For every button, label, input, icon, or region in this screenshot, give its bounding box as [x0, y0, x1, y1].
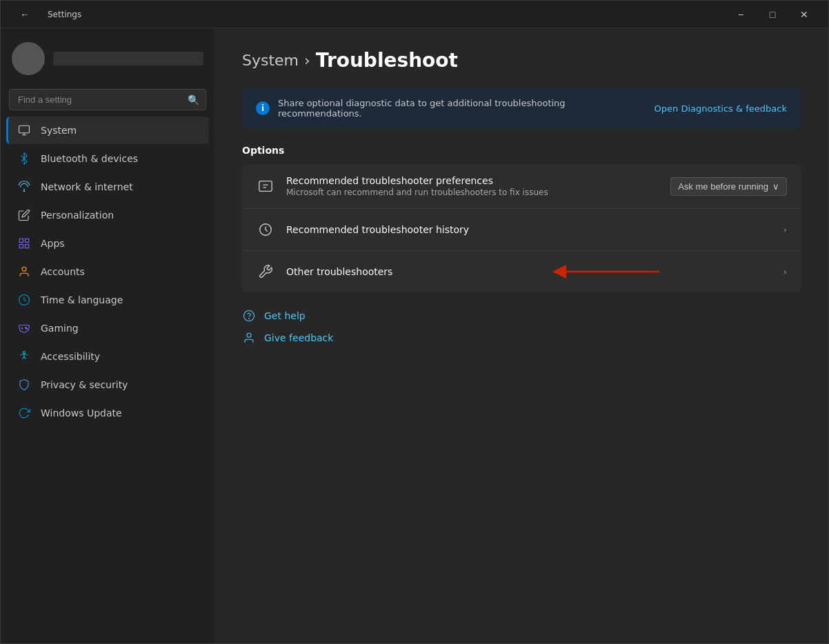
settings-window: ← Settings − □ ✕ 🔍 SystemBluetooth & dev…: [0, 0, 829, 644]
svg-point-14: [249, 318, 250, 319]
open-diagnostics-link[interactable]: Open Diagnostics & feedback: [655, 103, 787, 114]
titlebar: ← Settings − □ ✕: [1, 1, 828, 28]
privacy-nav-icon: [17, 378, 31, 392]
sidebar-item-network[interactable]: Network & internet: [6, 173, 209, 201]
svg-point-13: [244, 311, 254, 321]
info-icon: i: [256, 101, 270, 115]
svg-point-15: [247, 333, 251, 337]
avatar: [12, 42, 45, 75]
back-button[interactable]: ←: [9, 3, 41, 26]
other-troubleshooters-icon: [256, 262, 275, 281]
sidebar-item-personalization[interactable]: Personalization: [6, 201, 209, 229]
apps-nav-icon: [17, 237, 31, 250]
bluetooth-nav-icon: [17, 152, 31, 165]
sidebar-item-label-bluetooth: Bluetooth & devices: [41, 153, 138, 164]
user-info-bar: [53, 52, 203, 66]
recommended-prefs-icon: [256, 177, 275, 196]
accounts-nav-icon: [17, 265, 31, 279]
options-card: Recommended troubleshooter preferences M…: [242, 164, 801, 292]
system-nav-icon: [17, 123, 31, 137]
network-nav-icon: [17, 180, 31, 194]
svg-point-8: [26, 328, 27, 329]
give-feedback-icon: [242, 331, 256, 345]
svg-point-9: [26, 328, 28, 330]
give-feedback-label: Give feedback: [264, 332, 333, 343]
user-section: [1, 28, 214, 86]
dropdown-chevron-icon: ∨: [772, 181, 779, 192]
recommended-history-icon: [256, 220, 275, 239]
sidebar-item-label-apps: Apps: [41, 238, 65, 249]
breadcrumb-separator: ›: [304, 52, 310, 69]
sidebar-item-label-accounts: Accounts: [41, 266, 85, 277]
other-troubleshooters-action: ›: [783, 266, 787, 277]
svg-point-10: [23, 352, 26, 354]
svg-point-6: [22, 267, 26, 271]
content-area: System › Troubleshoot i Share optional d…: [214, 28, 828, 643]
svg-rect-0: [19, 125, 30, 133]
sidebar-item-label-privacy: Privacy & security: [41, 379, 128, 390]
window-controls: − □ ✕: [725, 3, 820, 26]
ask-before-running-dropdown[interactable]: Ask me before running ∨: [670, 177, 787, 196]
recommended-prefs-text: Recommended troubleshooter preferences M…: [286, 175, 659, 197]
recommended-history-chevron-icon: ›: [783, 224, 787, 235]
options-title: Options: [242, 145, 801, 156]
sidebar-item-bluetooth[interactable]: Bluetooth & devices: [6, 145, 209, 172]
info-banner-text: Share optional diagnostic data to get ad…: [278, 98, 646, 119]
time-nav-icon: [17, 293, 31, 307]
search-box: 🔍: [9, 89, 206, 110]
svg-rect-11: [259, 181, 272, 192]
info-banner: i Share optional diagnostic data to get …: [242, 88, 801, 128]
windows-update-nav-icon: [17, 406, 31, 420]
sidebar-item-label-accessibility: Accessibility: [41, 351, 100, 362]
recommended-history-row[interactable]: Recommended troubleshooter history ›: [242, 209, 801, 251]
sidebar-item-windows-update[interactable]: Windows Update: [6, 399, 209, 427]
get-help-icon: [242, 309, 256, 323]
maximize-button[interactable]: □: [757, 3, 788, 26]
breadcrumb: System › Troubleshoot: [242, 49, 801, 72]
recommended-history-action: ›: [783, 224, 787, 235]
get-help-label: Get help: [264, 310, 306, 321]
nav-container: SystemBluetooth & devicesNetwork & inter…: [1, 116, 214, 427]
footer-links: Get help Give feedback: [242, 309, 801, 345]
page-title: Troubleshoot: [316, 49, 458, 72]
sidebar-item-system[interactable]: System: [6, 117, 209, 144]
sidebar-item-time[interactable]: Time & language: [6, 286, 209, 314]
search-icon: 🔍: [188, 94, 199, 105]
recommended-prefs-subtitle: Microsoft can recommend and run troubles…: [286, 188, 659, 197]
accessibility-nav-icon: [17, 350, 31, 363]
recommended-history-text: Recommended troubleshooter history: [286, 224, 772, 235]
sidebar-item-gaming[interactable]: Gaming: [6, 314, 209, 342]
breadcrumb-parent: System: [242, 52, 299, 69]
minimize-button[interactable]: −: [725, 3, 757, 26]
other-troubleshooters-row[interactable]: Other troubleshooters ›: [242, 251, 801, 292]
other-troubleshooters-title: Other troubleshooters: [286, 266, 772, 277]
recommended-prefs-title: Recommended troubleshooter preferences: [286, 175, 659, 186]
svg-point-1: [23, 190, 25, 192]
sidebar-item-privacy[interactable]: Privacy & security: [6, 371, 209, 399]
sidebar-item-apps[interactable]: Apps: [6, 230, 209, 257]
sidebar-item-label-time: Time & language: [41, 294, 123, 305]
recommended-prefs-row[interactable]: Recommended troubleshooter preferences M…: [242, 164, 801, 209]
sidebar-item-accessibility[interactable]: Accessibility: [6, 343, 209, 370]
search-input[interactable]: [9, 89, 206, 110]
give-feedback-link[interactable]: Give feedback: [242, 331, 801, 345]
sidebar: 🔍 SystemBluetooth & devicesNetwork & int…: [1, 28, 214, 643]
sidebar-item-label-system: System: [41, 125, 77, 136]
window-title: Settings: [48, 10, 718, 19]
dropdown-label: Ask me before running: [678, 181, 768, 192]
personalization-nav-icon: [17, 208, 31, 222]
gaming-nav-icon: [17, 321, 31, 335]
sidebar-item-label-personalization: Personalization: [41, 210, 114, 221]
other-troubleshooters-text: Other troubleshooters: [286, 266, 772, 277]
recommended-history-title: Recommended troubleshooter history: [286, 224, 772, 235]
svg-rect-5: [26, 245, 29, 248]
svg-rect-2: [19, 239, 23, 242]
main-layout: 🔍 SystemBluetooth & devicesNetwork & int…: [1, 28, 828, 643]
get-help-link[interactable]: Get help: [242, 309, 801, 323]
sidebar-item-label-gaming: Gaming: [41, 323, 79, 334]
sidebar-item-label-windows-update: Windows Update: [41, 407, 122, 419]
sidebar-item-accounts[interactable]: Accounts: [6, 258, 209, 285]
recommended-prefs-action: Ask me before running ∨: [670, 177, 787, 196]
close-button[interactable]: ✕: [788, 3, 820, 26]
svg-rect-3: [26, 239, 29, 242]
